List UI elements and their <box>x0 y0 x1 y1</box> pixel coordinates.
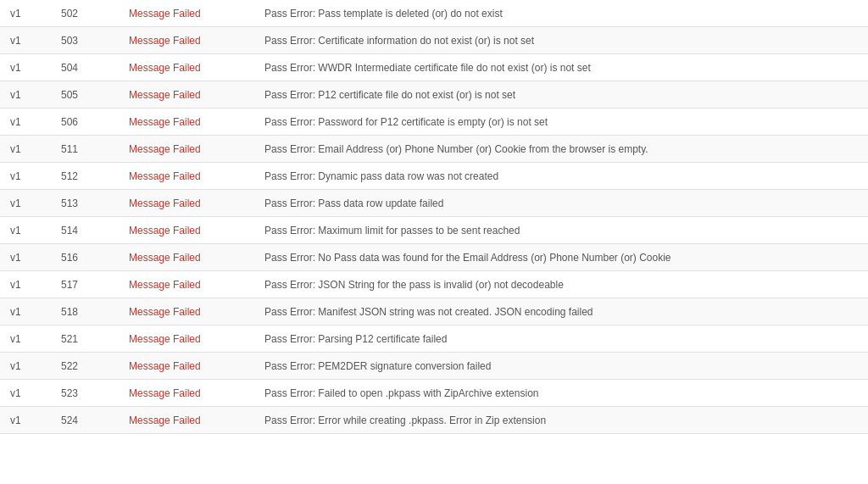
table-row: v1 503 Message Failed Pass Error: Certif… <box>0 27 868 54</box>
table-row: v1 502 Message Failed Pass Error: Pass t… <box>0 0 868 27</box>
code-cell: 517 <box>51 271 119 298</box>
status-cell[interactable]: Message Failed <box>119 108 254 136</box>
version-cell: v1 <box>0 190 51 217</box>
table-row: v1 517 Message Failed Pass Error: JSON S… <box>0 271 868 298</box>
table-row: v1 514 Message Failed Pass Error: Maximu… <box>0 217 868 244</box>
status-cell[interactable]: Message Failed <box>119 0 254 27</box>
status-cell[interactable]: Message Failed <box>119 407 254 434</box>
status-cell[interactable]: Message Failed <box>119 271 254 298</box>
status-link[interactable]: Message Failed <box>129 62 201 74</box>
description-cell: Pass Error: Pass template is deleted (or… <box>254 0 868 27</box>
version-cell: v1 <box>0 27 51 54</box>
version-cell: v1 <box>0 325 51 353</box>
version-cell: v1 <box>0 163 51 190</box>
status-link[interactable]: Message Failed <box>129 170 201 182</box>
description-cell: Pass Error: Maximum limit for passes to … <box>254 217 868 244</box>
version-cell: v1 <box>0 81 51 108</box>
table-row: v1 511 Message Failed Pass Error: Email … <box>0 136 868 163</box>
status-link[interactable]: Message Failed <box>129 333 201 345</box>
status-cell[interactable]: Message Failed <box>119 325 254 353</box>
status-cell[interactable]: Message Failed <box>119 217 254 244</box>
status-cell[interactable]: Message Failed <box>119 27 254 54</box>
description-cell: Pass Error: Parsing P12 certificate fail… <box>254 325 868 353</box>
code-cell: 522 <box>51 353 119 380</box>
status-link[interactable]: Message Failed <box>129 360 201 372</box>
status-link[interactable]: Message Failed <box>129 116 201 128</box>
status-link[interactable]: Message Failed <box>129 279 201 291</box>
version-cell: v1 <box>0 407 51 434</box>
status-link[interactable]: Message Failed <box>129 225 201 236</box>
description-cell: Pass Error: Password for P12 certificate… <box>254 108 868 136</box>
description-cell: Pass Error: PEM2DER signature conversion… <box>254 353 868 380</box>
version-cell: v1 <box>0 54 51 81</box>
table-row: v1 513 Message Failed Pass Error: Pass d… <box>0 190 868 217</box>
version-cell: v1 <box>0 298 51 325</box>
code-cell: 516 <box>51 244 119 271</box>
status-link[interactable]: Message Failed <box>129 414 201 426</box>
description-cell: Pass Error: Dynamic pass data row was no… <box>254 163 868 190</box>
version-cell: v1 <box>0 271 51 298</box>
table-row: v1 516 Message Failed Pass Error: No Pas… <box>0 244 868 271</box>
error-codes-table: v1 502 Message Failed Pass Error: Pass t… <box>0 0 868 434</box>
version-cell: v1 <box>0 0 51 27</box>
table-row: v1 512 Message Failed Pass Error: Dynami… <box>0 163 868 190</box>
code-cell: 523 <box>51 380 119 407</box>
description-cell: Pass Error: Manifest JSON string was not… <box>254 298 868 325</box>
code-cell: 521 <box>51 325 119 353</box>
status-cell[interactable]: Message Failed <box>119 190 254 217</box>
description-cell: Pass Error: P12 certificate file do not … <box>254 81 868 108</box>
table-row: v1 505 Message Failed Pass Error: P12 ce… <box>0 81 868 108</box>
description-cell: Pass Error: Error while creating .pkpass… <box>254 407 868 434</box>
status-cell[interactable]: Message Failed <box>119 244 254 271</box>
status-cell[interactable]: Message Failed <box>119 81 254 108</box>
status-cell[interactable]: Message Failed <box>119 380 254 407</box>
status-cell[interactable]: Message Failed <box>119 54 254 81</box>
version-cell: v1 <box>0 136 51 163</box>
description-cell: Pass Error: Failed to open .pkpass with … <box>254 380 868 407</box>
code-cell: 503 <box>51 27 119 54</box>
status-link[interactable]: Message Failed <box>129 143 201 155</box>
code-cell: 518 <box>51 298 119 325</box>
table-row: v1 518 Message Failed Pass Error: Manife… <box>0 298 868 325</box>
table-row: v1 504 Message Failed Pass Error: WWDR I… <box>0 54 868 81</box>
status-link[interactable]: Message Failed <box>129 89 201 101</box>
code-cell: 512 <box>51 163 119 190</box>
status-cell[interactable]: Message Failed <box>119 353 254 380</box>
table-row: v1 523 Message Failed Pass Error: Failed… <box>0 380 868 407</box>
status-cell[interactable]: Message Failed <box>119 136 254 163</box>
description-cell: Pass Error: Pass data row update failed <box>254 190 868 217</box>
version-cell: v1 <box>0 108 51 136</box>
description-cell: Pass Error: WWDR Intermediate certificat… <box>254 54 868 81</box>
table-row: v1 522 Message Failed Pass Error: PEM2DE… <box>0 353 868 380</box>
table-row: v1 524 Message Failed Pass Error: Error … <box>0 407 868 434</box>
status-link[interactable]: Message Failed <box>129 8 201 19</box>
status-cell[interactable]: Message Failed <box>119 163 254 190</box>
version-cell: v1 <box>0 244 51 271</box>
version-cell: v1 <box>0 353 51 380</box>
code-cell: 513 <box>51 190 119 217</box>
description-cell: Pass Error: Email Address (or) Phone Num… <box>254 136 868 163</box>
description-cell: Pass Error: JSON String for the pass is … <box>254 271 868 298</box>
status-link[interactable]: Message Failed <box>129 306 201 318</box>
status-link[interactable]: Message Failed <box>129 197 201 209</box>
status-link[interactable]: Message Failed <box>129 35 201 47</box>
code-cell: 524 <box>51 407 119 434</box>
table-row: v1 521 Message Failed Pass Error: Parsin… <box>0 325 868 353</box>
description-cell: Pass Error: Certificate information do n… <box>254 27 868 54</box>
code-cell: 514 <box>51 217 119 244</box>
code-cell: 504 <box>51 54 119 81</box>
version-cell: v1 <box>0 217 51 244</box>
description-cell: Pass Error: No Pass data was found for t… <box>254 244 868 271</box>
code-cell: 511 <box>51 136 119 163</box>
status-link[interactable]: Message Failed <box>129 387 201 399</box>
code-cell: 506 <box>51 108 119 136</box>
status-cell[interactable]: Message Failed <box>119 298 254 325</box>
status-link[interactable]: Message Failed <box>129 252 201 264</box>
version-cell: v1 <box>0 380 51 407</box>
code-cell: 505 <box>51 81 119 108</box>
code-cell: 502 <box>51 0 119 27</box>
table-row: v1 506 Message Failed Pass Error: Passwo… <box>0 108 868 136</box>
